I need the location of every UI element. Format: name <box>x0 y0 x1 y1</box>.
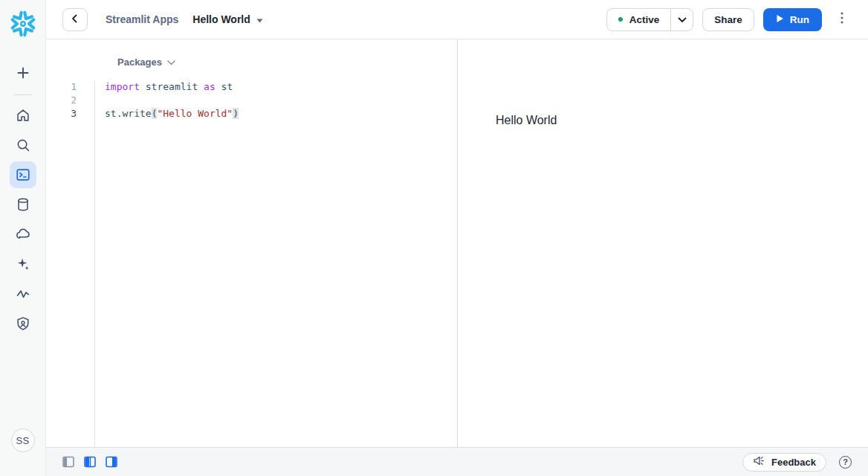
share-button[interactable]: Share <box>702 8 754 31</box>
status-dot <box>618 17 623 22</box>
more-options-button[interactable] <box>832 8 852 31</box>
app-preview-pane: Hello World <box>458 39 868 447</box>
sidebar-item-projects[interactable] <box>10 161 36 188</box>
sidebar-item-search[interactable] <box>10 132 36 158</box>
feedback-label: Feedback <box>771 457 816 468</box>
code-lines[interactable]: import streamlit as st st.write("Hello W… <box>95 80 457 447</box>
page-title: Hello World <box>192 13 250 25</box>
left-nav-rail: SS <box>0 0 46 476</box>
packages-dropdown[interactable]: Packages <box>117 57 175 68</box>
layout-split-button[interactable] <box>84 456 96 468</box>
breadcrumb-streamlit-apps[interactable]: Streamlit Apps <box>106 13 178 25</box>
code-editor-pane: Packages 123 import streamlit as st st.w… <box>46 39 458 447</box>
app-window: SS Streamlit Apps Hello World <box>0 0 868 476</box>
database-icon <box>15 196 31 213</box>
shield-user-icon <box>15 315 31 332</box>
top-bar: Streamlit Apps Hello World Active <box>46 0 868 39</box>
layout-toggles <box>62 456 117 468</box>
line-number-gutter: 123 <box>46 80 95 447</box>
snowflake-logo[interactable] <box>9 10 37 41</box>
help-button[interactable]: ? <box>839 456 852 469</box>
search-icon <box>15 137 31 153</box>
back-button[interactable] <box>62 8 88 31</box>
sidebar-divider <box>14 94 32 95</box>
sparkles-icon <box>15 256 31 272</box>
home-icon <box>15 107 31 123</box>
status-dropdown-toggle[interactable] <box>670 9 693 30</box>
help-icon: ? <box>843 457 848 466</box>
user-avatar[interactable]: SS <box>11 428 35 452</box>
line-number: 3 <box>46 107 77 120</box>
status-split-button: Active <box>606 8 694 31</box>
megaphone-icon <box>753 455 765 469</box>
status-chevron-down-icon <box>678 13 687 26</box>
kebab-menu-icon <box>841 12 843 27</box>
layout-editor-only-icon <box>62 456 74 468</box>
line-number: 1 <box>46 80 77 94</box>
plus-icon <box>16 65 30 80</box>
packages-label: Packages <box>117 57 162 68</box>
title-caret-icon <box>256 13 263 26</box>
content-area: Packages 123 import streamlit as st st.w… <box>46 39 868 447</box>
editor-header: Packages <box>46 39 457 80</box>
streamlit-output-text: Hello World <box>458 39 868 127</box>
layout-split-icon <box>84 456 96 468</box>
bottom-bar: Feedback ? <box>46 447 868 476</box>
layout-preview-only-button[interactable] <box>106 456 117 468</box>
status-label: Active <box>629 14 660 25</box>
feedback-button[interactable]: Feedback <box>742 453 826 472</box>
sidebar-item-monitoring[interactable] <box>10 280 36 307</box>
sidebar-item-ai[interactable] <box>10 251 36 277</box>
chevron-down-icon <box>167 57 175 68</box>
sidebar-item-cloud[interactable] <box>10 221 36 248</box>
layout-editor-only-button[interactable] <box>62 456 74 468</box>
run-button[interactable]: Run <box>763 8 822 31</box>
code-line[interactable]: st.write("Hello World") <box>105 107 457 120</box>
create-new-button[interactable] <box>10 60 36 86</box>
run-label: Run <box>790 14 809 25</box>
status-button[interactable]: Active <box>607 9 671 30</box>
layout-preview-only-icon <box>106 456 117 468</box>
sidebar-item-data[interactable] <box>10 191 36 218</box>
play-icon <box>776 14 784 25</box>
sidebar-item-home[interactable] <box>10 102 36 129</box>
code-line[interactable] <box>105 94 457 107</box>
activity-icon <box>15 286 31 302</box>
avatar-initials: SS <box>16 435 30 446</box>
back-chevron-icon <box>71 13 80 26</box>
line-number: 2 <box>46 94 77 107</box>
cloud-icon <box>15 226 31 242</box>
code-editor[interactable]: 123 import streamlit as st st.write("Hel… <box>46 80 457 447</box>
main-area: Streamlit Apps Hello World Active <box>46 0 868 476</box>
code-line[interactable]: import streamlit as st <box>105 80 457 94</box>
sidebar-item-admin[interactable] <box>10 310 36 337</box>
terminal-icon <box>15 167 31 183</box>
app-title-dropdown[interactable]: Hello World <box>192 13 263 26</box>
